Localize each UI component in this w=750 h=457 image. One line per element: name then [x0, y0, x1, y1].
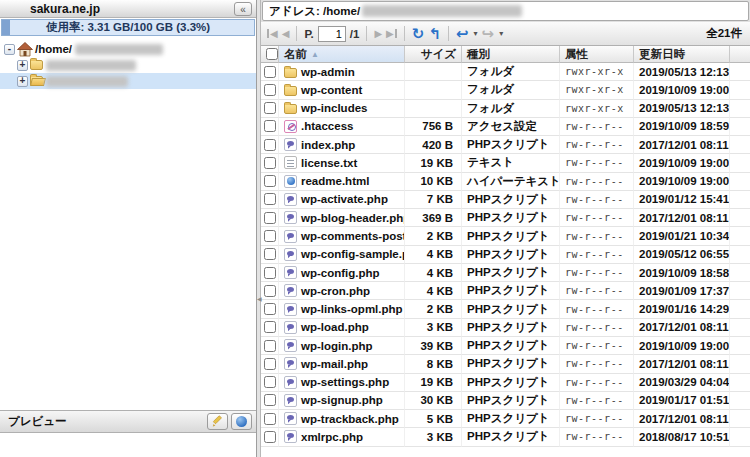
table-row[interactable]: xmlrpc.php 3 KB PHPスクリプト rw-r--r-- 2018/…: [261, 428, 750, 446]
table-row[interactable]: wp-mail.php 8 KB PHPスクリプト rw-r--r-- 2017…: [261, 355, 750, 373]
file-name-cell[interactable]: wp-trackback.php: [279, 410, 405, 428]
row-checkbox[interactable]: [264, 413, 276, 425]
file-name-cell[interactable]: wp-mail.php: [279, 355, 405, 373]
next-page-button[interactable]: ▶: [374, 29, 382, 39]
file-name-cell[interactable]: index.php: [279, 136, 405, 154]
row-checkbox[interactable]: [264, 267, 276, 279]
file-name-cell[interactable]: wp-includes: [279, 100, 405, 118]
table-row[interactable]: wp-includes フォルダ rwxr-xr-x 2019/05/13 12…: [261, 100, 750, 118]
file-name-cell[interactable]: wp-config-sample.php: [279, 246, 405, 264]
address-input[interactable]: アドレス: /home/: [262, 1, 749, 21]
page-number-input[interactable]: [318, 26, 346, 42]
row-checkbox[interactable]: [264, 193, 276, 205]
tree-item-folder-2-selected[interactable]: +: [0, 73, 256, 89]
file-name-cell[interactable]: wp-content: [279, 81, 405, 99]
file-permissions: rw-r--r--: [560, 410, 634, 428]
column-size-label: サイズ: [421, 47, 456, 62]
expand-plus-icon[interactable]: +: [17, 60, 28, 71]
file-name-cell[interactable]: wp-settings.php: [279, 374, 405, 392]
file-name-cell[interactable]: .htaccess: [279, 118, 405, 136]
row-checkbox[interactable]: [264, 340, 276, 352]
row-checkbox[interactable]: [264, 175, 276, 187]
file-name-cell[interactable]: wp-activate.php: [279, 191, 405, 209]
collapse-sidebar-button[interactable]: «: [234, 2, 252, 16]
table-row[interactable]: wp-comments-post.php 2 KB PHPスクリプト rw-r-…: [261, 227, 750, 245]
select-all-checkbox[interactable]: [266, 48, 278, 60]
table-row[interactable]: wp-links-opml.php 2 KB PHPスクリプト rw-r--r-…: [261, 300, 750, 318]
tree-item-folder-1[interactable]: +: [0, 57, 256, 73]
open-in-browser-button[interactable]: [231, 413, 252, 430]
forward-history-dropdown[interactable]: ▾: [499, 29, 503, 38]
table-row[interactable]: wp-signup.php 30 KB PHPスクリプト rw-r--r-- 2…: [261, 392, 750, 410]
file-name-cell[interactable]: wp-cron.php: [279, 282, 405, 300]
refresh-button[interactable]: ↻: [412, 26, 425, 41]
table-row[interactable]: wp-admin フォルダ rwxr-xr-x 2019/05/13 12:13: [261, 63, 750, 81]
table-row[interactable]: wp-cron.php 4 KB PHPスクリプト rw-r--r-- 2019…: [261, 282, 750, 300]
file-name-cell[interactable]: license.txt: [279, 154, 405, 172]
table-row[interactable]: wp-login.php 39 KB PHPスクリプト rw-r--r-- 20…: [261, 337, 750, 355]
row-checkbox[interactable]: [264, 303, 276, 315]
row-checkbox[interactable]: [264, 139, 276, 151]
table-row[interactable]: readme.html 10 KB ハイパーテキスト rw-r--r-- 201…: [261, 173, 750, 191]
splitter-collapse-icon[interactable]: ◀: [257, 296, 262, 302]
table-row[interactable]: wp-activate.php 7 KB PHPスクリプト rw-r--r-- …: [261, 191, 750, 209]
file-name-cell[interactable]: wp-admin: [279, 63, 405, 81]
column-header-name[interactable]: 名前 ▲: [279, 46, 405, 63]
file-size: 7 KB: [405, 191, 462, 209]
back-history-dropdown[interactable]: ▾: [474, 29, 478, 38]
row-checkbox[interactable]: [264, 358, 276, 370]
table-row[interactable]: index.php 420 B PHPスクリプト rw-r--r-- 2017/…: [261, 136, 750, 154]
up-directory-button[interactable]: ↰: [428, 26, 441, 41]
file-name-cell[interactable]: wp-config.php: [279, 264, 405, 282]
back-button[interactable]: ↩: [456, 26, 469, 41]
first-page-button[interactable]: ◀: [267, 29, 278, 39]
expand-plus-icon[interactable]: +: [17, 76, 28, 87]
table-row[interactable]: wp-blog-header.php 369 B PHPスクリプト rw-r--…: [261, 209, 750, 227]
file-name-cell[interactable]: xmlrpc.php: [279, 428, 405, 446]
file-permissions: rw-r--r--: [560, 319, 634, 337]
table-row[interactable]: wp-settings.php 19 KB PHPスクリプト rw-r--r--…: [261, 374, 750, 392]
row-checkbox[interactable]: [264, 394, 276, 406]
file-name-cell[interactable]: wp-login.php: [279, 337, 405, 355]
row-checkbox[interactable]: [264, 376, 276, 388]
undo-arrow-icon: ↩: [456, 25, 469, 42]
table-row[interactable]: wp-config-sample.php 4 KB PHPスクリプト rw-r-…: [261, 246, 750, 264]
row-checkbox[interactable]: [264, 285, 276, 297]
row-checkbox[interactable]: [264, 102, 276, 114]
column-header-type[interactable]: 種別: [462, 46, 560, 63]
edit-button[interactable]: [207, 413, 228, 430]
file-name-cell[interactable]: wp-blog-header.php: [279, 209, 405, 227]
file-name-cell[interactable]: wp-comments-post.php: [279, 227, 405, 245]
table-row[interactable]: wp-trackback.php 5 KB PHPスクリプト rw-r--r--…: [261, 410, 750, 428]
table-row[interactable]: wp-load.php 3 KB PHPスクリプト rw-r--r-- 2017…: [261, 319, 750, 337]
row-checkbox[interactable]: [264, 248, 276, 260]
file-size: 4 KB: [405, 264, 462, 282]
row-checkbox[interactable]: [264, 230, 276, 242]
tree-item-home[interactable]: - /home/: [0, 41, 256, 57]
row-checkbox[interactable]: [264, 212, 276, 224]
last-page-button[interactable]: ▶: [386, 29, 397, 39]
table-row[interactable]: wp-content フォルダ rwxr-xr-x 2019/10/09 19:…: [261, 81, 750, 99]
column-header-perm[interactable]: 属性: [560, 46, 634, 63]
column-header-date[interactable]: 更新日時: [634, 46, 730, 63]
row-checkbox[interactable]: [264, 321, 276, 333]
table-row[interactable]: license.txt 19 KB テキスト rw-r--r-- 2019/10…: [261, 154, 750, 172]
row-checkbox[interactable]: [264, 120, 276, 132]
row-checkbox[interactable]: [264, 157, 276, 169]
table-row[interactable]: .htaccess 756 B アクセス設定 rw-r--r-- 2019/10…: [261, 118, 750, 136]
row-checkbox[interactable]: [264, 431, 276, 443]
row-checkbox[interactable]: [264, 66, 276, 78]
file-name-cell[interactable]: wp-load.php: [279, 319, 405, 337]
table-row[interactable]: wp-config.php 4 KB PHPスクリプト rw-r--r-- 20…: [261, 264, 750, 282]
file-name-cell[interactable]: wp-signup.php: [279, 392, 405, 410]
collapse-minus-icon[interactable]: -: [4, 44, 15, 55]
column-header-size[interactable]: サイズ: [405, 46, 462, 63]
file-modified-date: 2019/01/21 10:34: [634, 227, 730, 245]
prev-page-button[interactable]: ◀: [282, 29, 290, 39]
file-name-cell[interactable]: wp-links-opml.php: [279, 300, 405, 318]
panel-splitter[interactable]: ◀: [257, 0, 261, 457]
first-page-icon: ◀: [270, 29, 278, 39]
forward-button[interactable]: ↪: [482, 26, 495, 41]
file-name-cell[interactable]: readme.html: [279, 173, 405, 191]
row-checkbox[interactable]: [264, 84, 276, 96]
